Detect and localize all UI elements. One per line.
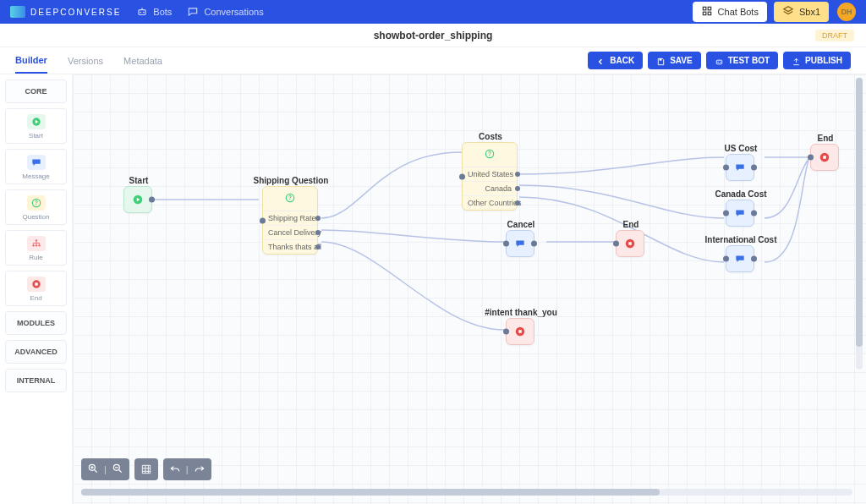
nav-bots-label: Bots xyxy=(153,7,172,17)
undo-redo: | xyxy=(163,458,211,480)
question-icon: ? xyxy=(27,195,46,211)
node-intlcost-label: International Cost xyxy=(704,235,776,244)
svg-rect-4 xyxy=(703,7,706,10)
nav-bots[interactable]: Bots xyxy=(136,6,172,18)
play-icon xyxy=(132,194,144,205)
node-thank-you[interactable] xyxy=(506,318,534,345)
svg-point-15 xyxy=(35,239,36,241)
tab-metadata[interactable]: Metadata xyxy=(123,49,162,73)
tab-versions[interactable]: Versions xyxy=(68,49,103,73)
palette-item-start[interactable]: Start xyxy=(5,108,67,144)
costs-opt-us[interactable]: United States xyxy=(463,167,517,182)
palette-item-end[interactable]: End xyxy=(5,271,67,306)
svg-rect-0 xyxy=(139,10,145,15)
test-bot-button[interactable]: TEST BOT xyxy=(706,52,778,69)
horizontal-scrollbar[interactable] xyxy=(81,489,852,496)
canvas[interactable]: Start Shipping Question ? Shipping Rates… xyxy=(73,74,866,504)
svg-point-11 xyxy=(720,62,721,63)
node-start-label: Start xyxy=(129,176,149,185)
costs-opt-canada[interactable]: Canada xyxy=(463,182,517,196)
svg-point-2 xyxy=(143,12,145,14)
canvas-toolbar: | | xyxy=(81,458,211,480)
user-avatar[interactable]: DH xyxy=(837,3,856,21)
save-label: SAVE xyxy=(670,56,693,65)
tab-builder[interactable]: Builder xyxy=(15,48,47,74)
nav-conversations-label: Conversations xyxy=(204,7,263,17)
publish-label: PUBLISH xyxy=(805,56,842,65)
save-button[interactable]: SAVE xyxy=(648,52,701,69)
test-label: TEST BOT xyxy=(728,56,770,65)
palette-question-label: Question xyxy=(22,213,49,221)
back-button[interactable]: BACK xyxy=(588,52,643,69)
svg-text:?: ? xyxy=(288,194,292,200)
palette-message-label: Message xyxy=(22,173,49,180)
node-end1[interactable] xyxy=(616,230,644,257)
svg-rect-7 xyxy=(708,12,711,15)
logo-mark-icon xyxy=(10,6,25,18)
message-icon xyxy=(27,155,46,170)
node-start[interactable] xyxy=(123,186,152,213)
node-uscost-label: US Cost xyxy=(725,144,758,153)
palette-item-rule[interactable]: Rule xyxy=(5,230,67,266)
shipping-opt-cancel[interactable]: Cancel Delivery xyxy=(263,226,317,240)
redo-button[interactable] xyxy=(194,463,206,476)
back-label: BACK xyxy=(610,56,634,65)
message-icon xyxy=(734,162,746,173)
robot-icon xyxy=(715,56,724,65)
zoom-controls: | xyxy=(81,458,129,480)
node-intl-cost[interactable] xyxy=(726,245,754,272)
grid-icon xyxy=(701,5,713,19)
costs-opt-other[interactable]: Other Countries xyxy=(463,196,517,210)
node-shipping-question[interactable]: ? Shipping Rates Cancel Delivery Thanks … xyxy=(262,186,318,255)
svg-point-16 xyxy=(32,244,34,246)
svg-rect-20 xyxy=(35,282,38,286)
message-icon xyxy=(734,207,746,219)
palette-section-core[interactable]: CORE xyxy=(5,79,67,103)
node-cacost-label: Canada Cost xyxy=(715,189,766,199)
palette-section-internal[interactable]: INTERNAL xyxy=(5,369,67,392)
chat-bots-button[interactable]: Chat Bots xyxy=(693,2,767,22)
node-thank-label: #intent thank_you xyxy=(485,308,557,317)
node-end1-label: End xyxy=(623,220,639,229)
palette-rule-label: Rule xyxy=(29,254,42,261)
chat-icon xyxy=(187,6,199,18)
node-costs[interactable]: ? United States Canada Other Countries xyxy=(462,142,518,211)
status-badge: DRAFT xyxy=(815,30,854,41)
palette-section-advanced[interactable]: ADVANCED xyxy=(5,340,67,364)
svg-text:?: ? xyxy=(35,200,38,205)
zoom-out-button[interactable] xyxy=(112,463,123,476)
toolbar: Builder Versions Metadata BACK SAVE TEST… xyxy=(0,47,866,74)
publish-button[interactable]: PUBLISH xyxy=(783,52,851,69)
avatar-initials: DH xyxy=(841,8,852,16)
shipping-opt-rates[interactable]: Shipping Rates xyxy=(263,211,317,226)
zoom-in-button[interactable] xyxy=(87,463,99,476)
vertical-scrollbar[interactable] xyxy=(856,78,863,370)
node-cancel-label: Cancel xyxy=(507,220,535,229)
palette-item-message[interactable]: Message xyxy=(5,149,67,184)
nav-conversations[interactable]: Conversations xyxy=(187,6,263,18)
svg-point-10 xyxy=(717,62,718,63)
svg-rect-29 xyxy=(518,330,522,333)
node-us-cost[interactable] xyxy=(726,154,754,181)
brand-name: DEEPCONVERSE xyxy=(30,8,121,17)
stop-icon xyxy=(27,277,46,292)
layers-icon xyxy=(782,5,794,19)
palette: CORE Start Message ? Question Rule End M… xyxy=(0,74,73,504)
canvas-wrap[interactable]: Start Shipping Question ? Shipping Rates… xyxy=(73,74,866,504)
node-canada-cost[interactable] xyxy=(726,200,754,227)
svg-rect-27 xyxy=(628,242,632,245)
node-cancel[interactable] xyxy=(506,230,534,257)
workspace-selector[interactable]: Sbx1 xyxy=(774,2,829,22)
palette-end-label: End xyxy=(30,294,41,302)
node-end2[interactable] xyxy=(810,144,839,171)
brand-logo[interactable]: DEEPCONVERSE xyxy=(10,6,121,18)
svg-text:?: ? xyxy=(488,151,491,156)
grid-toggle[interactable] xyxy=(134,458,158,480)
arrow-left-icon xyxy=(596,56,606,65)
palette-item-question[interactable]: ? Question xyxy=(5,189,67,225)
play-icon xyxy=(27,114,46,129)
shipping-opt-thanks[interactable]: Thanks thats all xyxy=(263,240,317,254)
palette-section-modules[interactable]: MODULES xyxy=(5,311,67,335)
svg-point-1 xyxy=(140,12,142,14)
undo-button[interactable] xyxy=(169,463,181,476)
